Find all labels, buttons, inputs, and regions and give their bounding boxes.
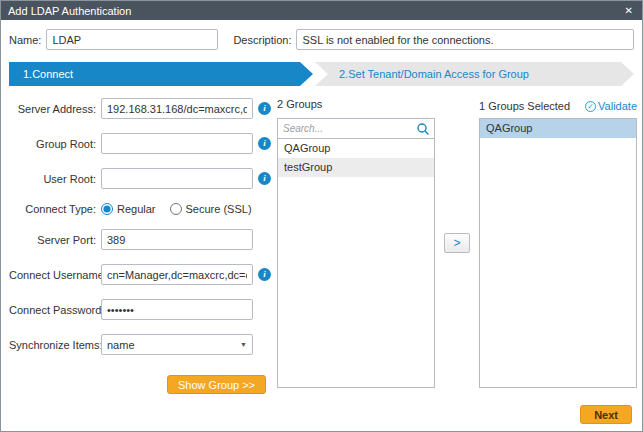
info-icon[interactable]: i xyxy=(258,172,271,185)
name-description-row: Name: Description: xyxy=(1,20,642,58)
description-field[interactable] xyxy=(296,29,634,50)
selected-groups-panel: 1 Groups Selected ✓ Validate QAGroup xyxy=(479,98,637,388)
info-icon[interactable]: i xyxy=(258,268,271,281)
add-ldap-authentication-dialog: Add LDAP Authentication ✕ Name: Descript… xyxy=(0,0,643,432)
search-icon[interactable] xyxy=(416,122,430,136)
connect-password-label: Connect Password: xyxy=(9,304,101,316)
content-area: Server Address: i Group Root: i User Roo… xyxy=(1,96,642,401)
dialog-footer: Next xyxy=(1,401,642,431)
wizard-steps: 1.Connect 2.Set Tenant/Domain Access for… xyxy=(9,62,634,86)
group-search-box xyxy=(277,118,435,139)
info-icon[interactable]: i xyxy=(258,137,271,150)
list-item[interactable]: QAGroup xyxy=(480,119,636,138)
connect-username-row: Connect Username: i xyxy=(9,264,277,285)
server-port-field[interactable] xyxy=(101,229,253,250)
connect-username-label: Connect Username: xyxy=(9,269,101,281)
connect-type-ssl-radio[interactable] xyxy=(170,203,182,215)
server-address-field[interactable] xyxy=(101,98,253,119)
wizard-step-connect[interactable]: 1.Connect xyxy=(9,62,313,86)
show-group-button[interactable]: Show Group >> xyxy=(167,375,266,394)
connect-type-options: Regular Secure (SSL) xyxy=(101,203,262,215)
available-groups-header: 2 Groups xyxy=(277,98,435,114)
available-groups-panel: 2 Groups QAGroup testGroup xyxy=(277,98,435,388)
server-address-row: Server Address: i xyxy=(9,98,277,119)
connect-type-ssl-label: Secure (SSL) xyxy=(186,203,252,215)
connect-type-row: Connect Type: Regular Secure (SSL) xyxy=(9,203,277,215)
connect-username-field[interactable] xyxy=(101,264,253,285)
synchronize-items-label: Synchronize Items: xyxy=(9,339,101,351)
group-root-field[interactable] xyxy=(101,133,253,154)
list-item[interactable]: QAGroup xyxy=(278,139,434,158)
validate-label: Validate xyxy=(598,100,637,112)
next-button[interactable]: Next xyxy=(580,405,632,424)
name-label: Name: xyxy=(9,34,41,46)
dialog-titlebar: Add LDAP Authentication ✕ xyxy=(1,1,642,20)
group-root-label: Group Root: xyxy=(9,138,101,150)
group-root-row: Group Root: i xyxy=(9,133,277,154)
user-root-field[interactable] xyxy=(101,168,253,189)
validate-link[interactable]: ✓ Validate xyxy=(585,100,637,112)
available-groups-list: QAGroup testGroup xyxy=(277,139,435,388)
user-root-label: User Root: xyxy=(9,173,101,185)
synchronize-items-row: Synchronize Items: name ▼ xyxy=(9,334,277,355)
user-root-row: User Root: i xyxy=(9,168,277,189)
check-circle-icon: ✓ xyxy=(585,101,596,112)
info-icon[interactable]: i xyxy=(258,102,271,115)
chevron-down-icon: ▼ xyxy=(240,341,247,348)
connect-password-row: Connect Password: xyxy=(9,299,277,320)
connect-type-regular-radio[interactable] xyxy=(101,203,113,215)
name-field[interactable] xyxy=(46,29,218,50)
connection-form: Server Address: i Group Root: i User Roo… xyxy=(9,98,277,401)
dialog-title: Add LDAP Authentication xyxy=(8,5,131,17)
synchronize-items-value: name xyxy=(107,339,135,351)
connect-type-regular-label: Regular xyxy=(117,203,156,215)
selected-groups-list: QAGroup xyxy=(479,118,637,388)
connect-password-field[interactable] xyxy=(101,299,253,320)
connect-type-label: Connect Type: xyxy=(9,203,101,215)
server-port-label: Server Port: xyxy=(9,234,101,246)
close-icon[interactable]: ✕ xyxy=(623,5,635,17)
move-right-button[interactable]: > xyxy=(444,233,470,253)
description-label: Description: xyxy=(233,34,291,46)
selected-groups-header: 1 Groups Selected xyxy=(479,100,570,112)
list-item[interactable]: testGroup xyxy=(278,158,434,177)
wizard-step-tenant-access[interactable]: 2.Set Tenant/Domain Access for Group xyxy=(315,62,634,86)
move-column: > xyxy=(435,98,479,388)
group-search-input[interactable] xyxy=(278,120,416,137)
selected-groups-header-row: 1 Groups Selected ✓ Validate xyxy=(479,98,637,114)
server-address-label: Server Address: xyxy=(9,103,101,115)
server-port-row: Server Port: xyxy=(9,229,277,250)
synchronize-items-dropdown[interactable]: name ▼ xyxy=(101,334,253,355)
